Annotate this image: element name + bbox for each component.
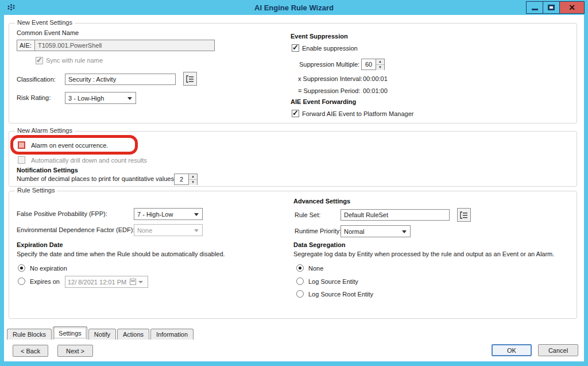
notification-settings-heading: Notification Settings [17,167,78,174]
group-label: New Event Settings [15,19,75,26]
classification-field[interactable]: Security : Activity [65,74,176,85]
segregation-log-source-entity-label: Log Source Entity [308,278,358,285]
chevron-down-icon [402,230,407,233]
classification-browse-button[interactable] [183,72,197,86]
back-button[interactable]: < Back [13,345,48,357]
tab-settings[interactable]: Settings [53,326,87,340]
edf-label: Environmental Dependence Factor (EDF): [17,226,134,233]
suppression-period-label: = Suppression Period: [298,87,361,94]
no-expiration-label: No expiration [30,265,67,272]
expiration-description: Specify the date and time when the Rule … [17,251,225,257]
group-rule-settings: Rule Settings False Positive Probability… [9,191,577,319]
suppression-multiple-value: 60 [362,59,376,70]
spinner-up-icon[interactable]: ▲ [376,59,384,65]
chevron-down-icon [127,97,132,100]
event-suppression-heading: Event Suppression [291,33,348,40]
expires-on-value: 12/ 8/2021 12:01 PM [68,279,126,286]
rule-set-label: Rule Set: [295,211,320,218]
edf-value: None [137,227,152,234]
decimal-places-value: 2 [175,174,188,184]
tab-rule-blocks[interactable]: Rule Blocks [7,329,52,340]
enable-suppression-checkbox[interactable] [292,44,299,52]
fpp-label: False Positive Probability (FPP): [17,210,107,217]
list-picker-icon [460,211,468,219]
advanced-settings-heading: Advanced Settings [293,198,350,205]
maximize-button[interactable] [543,1,560,14]
auto-drilldown-checkbox[interactable] [18,156,25,164]
rule-set-browse-button[interactable] [457,208,471,222]
data-segregation-heading: Data Segregation [293,241,345,248]
enable-suppression-label: Enable suppression [302,45,358,52]
dialog-content: New Event Settings Common Event Name AIE… [4,15,584,361]
group-label: New Alarm Settings [15,127,75,134]
close-button[interactable]: ✕ [559,1,585,14]
suppression-period-value: 00:01:00 [363,87,388,94]
risk-rating-value: 3 - Low-High [68,95,104,102]
title-bar[interactable]: AI Engine Rule Wizard ✕ [0,0,588,15]
list-picker-icon [186,75,194,83]
alarm-on-event-label: Alarm on event occurrence. [31,142,109,149]
sync-with-rule-name-checkbox[interactable] [36,57,43,64]
data-segregation-description: Segregate log data by Entity when proces… [293,251,554,257]
alarm-on-event-checkbox[interactable] [18,141,25,149]
chevron-down-icon [194,213,199,216]
maximize-icon [548,5,555,10]
cancel-button[interactable]: Cancel [538,344,578,356]
suppression-interval-label: x Suppression Interval: [298,75,362,82]
risk-rating-dropdown[interactable]: 3 - Low-High [65,92,136,104]
runtime-priority-dropdown[interactable]: Normal [341,225,411,237]
tab-notify[interactable]: Notify [88,329,116,340]
expires-on-label: Expires on [30,278,60,285]
decimal-places-spinner[interactable]: 2 ▲ ▼ [174,174,198,185]
expires-on-radio[interactable] [18,278,25,285]
window-title: AI Engine Rule Wizard [0,3,588,12]
suppression-interval-value: 00:00:01 [363,75,388,82]
suppression-multiple-label: Suppression Multiple: [299,61,359,68]
runtime-priority-value: Normal [344,228,364,235]
forward-aie-event-checkbox[interactable] [292,110,299,117]
common-event-name-label: Common Event Name [17,29,79,36]
tab-information[interactable]: Information [150,329,194,340]
segregation-none-label: None [308,265,323,272]
group-label: Rule Settings [15,187,57,194]
tab-actions[interactable]: Actions [117,329,149,340]
suppression-multiple-spinner[interactable]: 60 ▲ ▼ [361,59,385,70]
spinner-up-icon[interactable]: ▲ [189,174,197,180]
group-new-event-settings: New Event Settings Common Event Name AIE… [9,23,577,124]
risk-rating-label: Risk Rating: [17,94,51,101]
spinner-down-icon[interactable]: ▼ [376,65,384,70]
next-button[interactable]: Next > [57,345,93,357]
ok-button[interactable]: OK [492,344,532,356]
spinner-down-icon[interactable]: ▼ [189,180,197,185]
auto-drilldown-label: Automatically drill down and count resul… [31,157,147,164]
segregation-log-source-root-entity-radio[interactable] [296,290,304,298]
expiration-date-heading: Expiration Date [17,241,63,248]
minimize-button[interactable] [526,1,543,14]
segregation-none-radio[interactable] [296,264,304,272]
segregation-log-source-root-entity-label: Log Source Root Entity [308,291,373,298]
segregation-log-source-entity-radio[interactable] [296,278,304,285]
no-expiration-radio[interactable] [18,264,25,272]
fpp-dropdown[interactable]: 7 - High-Low [134,208,203,220]
aie-prefix: AIE: [17,40,35,51]
expires-on-datepicker[interactable]: 12/ 8/2021 12:01 PM [65,276,148,288]
chevron-down-icon [138,281,143,283]
wizard-tab-strip: Rule Blocks Settings Notify Actions Info… [7,326,195,340]
calendar-icon [130,279,136,285]
wizard-window: AI Engine Rule Wizard ✕ New Event Settin… [0,0,588,366]
group-new-alarm-settings: New Alarm Settings Alarm on event occurr… [9,131,577,187]
minimize-icon [532,9,538,10]
fpp-value: 7 - High-Low [137,211,173,218]
edf-dropdown[interactable]: None [134,224,203,236]
chevron-down-icon [194,229,199,232]
common-event-name-field[interactable]: T1059.001.PowerShell [34,40,215,51]
runtime-priority-label: Runtime Priority: [295,228,341,234]
forward-aie-event-label: Forward AIE Event to Platform Manager [302,110,413,117]
decimal-places-label: Number of decimal places to print for qu… [17,175,176,182]
sync-with-rule-name-label: Sync with rule name [46,57,103,64]
close-icon: ✕ [568,3,575,11]
classification-label: Classification: [17,76,56,83]
rule-set-field[interactable]: Default RuleSet [341,209,450,221]
aie-event-forwarding-heading: AIE Event Forwarding [291,98,356,105]
